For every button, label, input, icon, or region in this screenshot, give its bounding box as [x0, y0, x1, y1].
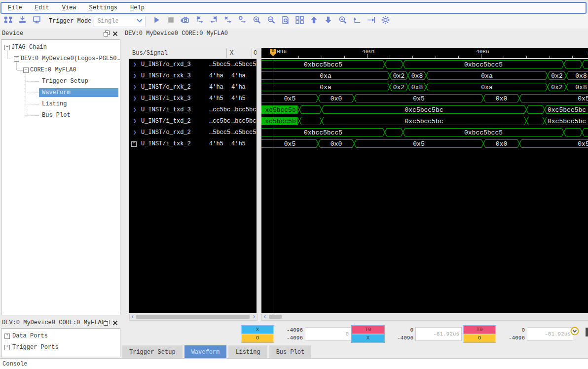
chevron-right-icon[interactable]: ❯ — [133, 129, 137, 135]
ruler-tick — [344, 56, 345, 58]
signal-name: U_INST/o_rxd_2 — [141, 129, 191, 136]
signal-x-value: 4'h5 — [209, 95, 223, 102]
program-device-button[interactable] — [16, 15, 29, 28]
monitor-button[interactable] — [31, 15, 43, 28]
signal-row-u-inst-o-rxk-3[interactable]: ❯U_INST/o_rxk_34'ha4'ha — [129, 70, 257, 81]
tree-item-bus-plot[interactable]: Bus Plot — [1, 111, 119, 120]
wave-row-u-inst-i-txd-2[interactable]: xc5bcc5b0xc5bcc5bc0xc5bcc5bc — [261, 115, 588, 127]
move-down-button[interactable] — [322, 15, 334, 28]
signal-row-u-inst-o-rxk-2[interactable]: ❯U_INST/o_rxk_24'ha4'ha — [129, 81, 257, 93]
cursor-delta-input[interactable]: -81.92us — [415, 327, 462, 341]
chevron-right-icon[interactable]: ❯ — [133, 61, 137, 67]
goto-t-marker-button[interactable] — [193, 15, 206, 28]
menu-edit[interactable]: Edit — [29, 4, 56, 11]
collapse-box-icon[interactable]: − — [23, 67, 29, 73]
view-tab-bus-plot[interactable]: Bus Plot — [269, 345, 312, 359]
svg-text:0xc5bcc5bc: 0xc5bcc5bc — [548, 118, 586, 125]
capture-button[interactable] — [179, 15, 191, 28]
signal-row-u-inst-i-txk-2[interactable]: +U_INST/i_txk_24'h54'h5 — [129, 138, 257, 149]
float-panel-icon[interactable] — [104, 31, 110, 36]
collapse-box-icon[interactable]: − — [14, 56, 19, 62]
wave-row-u-inst-o-rxk-2[interactable]: 0xa0x20x80xa0x20x8 — [261, 81, 588, 93]
goto-x-cursor-button[interactable] — [222, 15, 234, 28]
prev-marker-button[interactable] — [208, 15, 220, 28]
goto-o-cursor-button[interactable] — [236, 15, 249, 28]
timeline-ruler[interactable]: -4096-4091-4086-4081 — [261, 48, 588, 59]
menu-file[interactable]: File — [1, 4, 29, 11]
signal-row-u-inst-o-rxd-2[interactable]: ❯U_INST/o_rxd_2…5bcc5…c5bcc5 — [129, 127, 257, 138]
close-panel-icon[interactable] — [112, 31, 118, 36]
tree-item-listing[interactable]: Listing — [1, 100, 119, 109]
signal-row-u-inst-i-txk-3[interactable]: ❯U_INST/i_txk_34'h54'h5 — [129, 93, 257, 104]
cursor-delta-input[interactable]: 0 — [305, 327, 351, 341]
wave-row-u-inst-o-rxk-3[interactable]: 0xa0x20x80xa0x20x8 — [261, 70, 588, 81]
run-button[interactable] — [150, 15, 163, 28]
fit-window-button[interactable] — [294, 15, 306, 28]
tree-item-trigger-ports[interactable]: +Trigger Ports — [1, 343, 119, 352]
menu-view[interactable]: View — [56, 4, 83, 11]
cursor-delta-input[interactable]: -81.92us — [527, 327, 573, 341]
close-panel-icon[interactable] — [112, 320, 118, 326]
zoom-in-button[interactable] — [251, 15, 263, 28]
chevron-right-icon[interactable]: ❯ — [133, 84, 137, 90]
expand-box-icon[interactable]: + — [4, 345, 10, 350]
jtag-chain-button[interactable] — [2, 15, 14, 28]
table-hscrollbar[interactable]: ❮ ❯ — [129, 314, 257, 321]
column-divider[interactable] — [252, 48, 252, 58]
wave-row-u-inst-i-txk-3[interactable]: 0x50x00x50x00x5 — [261, 93, 588, 104]
goto-start-button[interactable] — [351, 15, 363, 28]
console-panel[interactable]: Console — [0, 358, 588, 369]
table-wave-splitter[interactable] — [257, 48, 261, 313]
signal-table-header[interactable]: Bus/Signal X O — [129, 48, 257, 59]
float-panel-icon[interactable] — [104, 320, 110, 326]
signal-x-value: 4'h5 — [209, 140, 223, 147]
tree-item-trigger-setup[interactable]: Trigger Setup — [1, 77, 119, 86]
zoom-out-button[interactable] — [265, 15, 277, 28]
waveform-view[interactable]: -4096-4091-4086-4081 0xbcc5bcc50xbcc5bcc… — [261, 48, 588, 313]
signal-o-value: 4'ha — [231, 84, 246, 91]
chevron-right-icon[interactable]: ❯ — [133, 72, 137, 79]
wave-row-u-inst-i-txk-2[interactable]: 0x50x00x50x00x5 — [261, 138, 588, 149]
search-button[interactable] — [336, 15, 349, 28]
move-up-button[interactable] — [308, 15, 320, 28]
signal-row-u-inst-i-txd-3[interactable]: ❯U_INST/i_txd_3…cc5bc…bcc5bc — [129, 104, 257, 115]
stop-button[interactable] — [165, 15, 177, 28]
tree-item-data-ports[interactable]: +Data Ports — [1, 332, 119, 341]
ruler-tick — [458, 56, 459, 58]
chevron-right-icon[interactable]: ❯ — [133, 95, 137, 101]
view-tab-listing[interactable]: Listing — [228, 345, 267, 359]
menu-help[interactable]: Help — [124, 4, 151, 11]
goto-end-button[interactable] — [365, 15, 377, 28]
o-cursor-line[interactable] — [273, 58, 273, 313]
menu-settings[interactable]: Settings — [82, 4, 124, 11]
svg-text:0x8: 0x8 — [575, 84, 587, 91]
tree-item-waveform[interactable]: Waveform — [1, 88, 119, 98]
view-tab-waveform[interactable]: Waveform — [184, 345, 227, 359]
column-divider[interactable] — [226, 48, 227, 58]
zoom-fit-button[interactable] — [279, 15, 292, 28]
tree-item-dev-0-mydevice0-logos-pgl50-[interactable]: −DEV:0 MyDevice0(Logos-PGL50… — [1, 54, 119, 64]
expand-box-icon[interactable]: + — [4, 334, 10, 339]
view-tab-trigger-setup[interactable]: Trigger Setup — [122, 345, 183, 359]
wave-hscrollbar[interactable]: ❮ — [261, 314, 588, 321]
document-tab[interactable]: DEV:0 MyDevice0 CORE:0 MyFLA0 — [121, 29, 588, 38]
settings-button[interactable] — [379, 15, 392, 28]
tree-item-label: Listing — [42, 101, 67, 107]
tree-item-core-0-myfla0[interactable]: −CORE:0 MyFLA0 — [1, 66, 119, 75]
wave-row-u-inst-o-rxd-2[interactable]: 0xbcc5bcc50xbcc5bcc50xbcc5bcc5 — [261, 127, 588, 138]
wave-row-u-inst-i-txd-3[interactable]: xc5bcc5b0xc5bcc5bc0xc5bcc5bc — [261, 104, 588, 115]
collapse-box-icon[interactable]: − — [4, 45, 10, 50]
tree-item-jtag-chain[interactable]: −JTAG Chain — [1, 43, 119, 52]
signal-row-u-inst-o-rxd-3[interactable]: ❯U_INST/o_rxd_3…5bcc5…c5bcc5 — [129, 59, 257, 70]
signal-row-u-inst-i-txd-2[interactable]: ❯U_INST/i_txd_2…cc5bc…bcc5bc — [129, 115, 257, 127]
chevron-right-icon[interactable]: ❯ — [133, 118, 137, 124]
chevron-right-icon[interactable]: ❯ — [133, 106, 137, 113]
tree-connector — [26, 104, 39, 104]
trigger-mode-select[interactable]: Single — [94, 16, 146, 27]
wave-row-u-inst-o-rxd-3[interactable]: 0xbcc5bcc50xbcc5bcc50xbcc5bcc5 — [261, 59, 588, 70]
expand-plus-icon[interactable]: + — [131, 141, 137, 147]
svg-text:0xc5bcc5bc: 0xc5bcc5bc — [404, 106, 443, 114]
svg-text:0xc5bcc5bc: 0xc5bcc5bc — [404, 118, 443, 125]
time-mode-icon[interactable] — [570, 327, 579, 338]
program-device-icon — [18, 15, 27, 27]
